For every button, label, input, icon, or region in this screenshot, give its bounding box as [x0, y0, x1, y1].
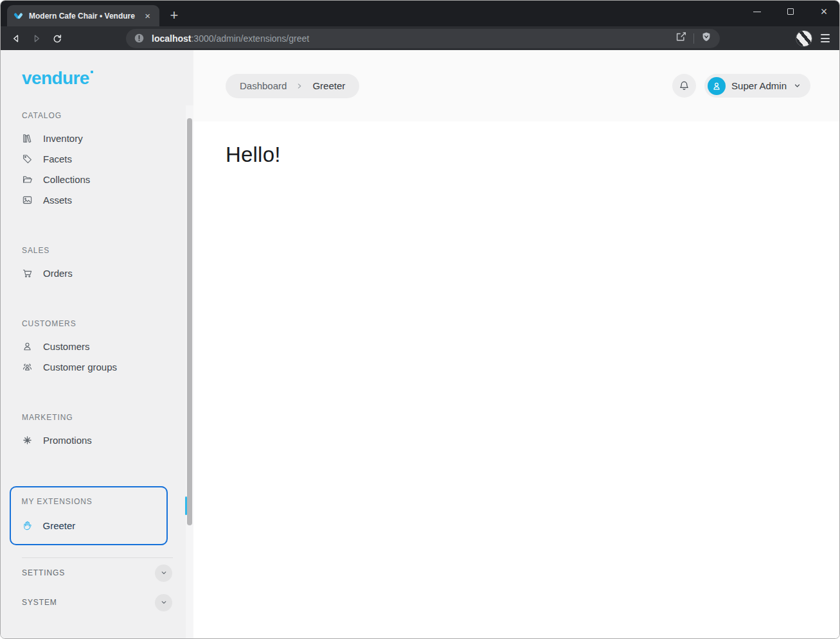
tag-icon — [22, 153, 33, 164]
sidebar-item-label: Promotions — [43, 435, 92, 446]
user-menu-button[interactable]: Super Admin — [704, 74, 810, 98]
nav-section-sales: SALES Orders — [22, 246, 193, 283]
browser-titlebar: Modern Cafe Chair • Vendure × + × — [1, 1, 839, 26]
asterisk-icon — [22, 435, 33, 446]
reload-button[interactable] — [51, 33, 63, 44]
browser-toolbar: localhost:3000/admin/extensions/greet — [1, 26, 839, 50]
nav-section-header: SALES — [22, 246, 193, 255]
url-bar[interactable]: localhost:3000/admin/extensions/greet — [126, 29, 720, 48]
window-close-icon: × — [821, 6, 828, 17]
nav-section-marketing: MARKETING Promotions — [22, 413, 193, 450]
breadcrumb-dashboard-link[interactable]: Dashboard — [240, 80, 287, 91]
vendure-logo[interactable]: vendure — [22, 69, 93, 87]
folder-icon — [22, 174, 33, 185]
sidebar-item-label: Facets — [43, 153, 72, 164]
sidebar: vendure CATALOG Inventory Facets — [1, 50, 193, 638]
sidebar-item-customer-groups[interactable]: Customer groups — [22, 356, 193, 377]
breadcrumb-current: Greeter — [312, 80, 345, 91]
user-avatar — [708, 77, 726, 95]
main-area: Dashboard Greeter Super Admin — [193, 50, 839, 638]
sidebar-section-system[interactable]: SYSTEM — [22, 588, 172, 617]
tab-close-icon[interactable]: × — [141, 10, 154, 22]
browser-profile-avatar[interactable] — [796, 30, 812, 47]
header-actions: Super Admin — [672, 74, 810, 98]
maximize-button[interactable] — [782, 3, 800, 21]
sidebar-item-orders[interactable]: Orders — [22, 263, 193, 283]
toolbar-divider — [693, 33, 694, 44]
sidebar-item-inventory[interactable]: Inventory — [22, 128, 193, 148]
sidebar-section-settings[interactable]: SETTINGS — [22, 558, 172, 588]
sidebar-item-label: Collections — [43, 174, 90, 185]
forward-button[interactable] — [31, 33, 42, 44]
url-actions — [675, 31, 712, 46]
url-path: :3000/admin/extensions/greet — [191, 33, 309, 44]
sidebar-item-label: Inventory — [43, 133, 83, 144]
sidebar-item-label: Greeter — [43, 520, 76, 531]
nav-section-header: CATALOG — [22, 111, 193, 120]
settings-expand-button[interactable] — [155, 565, 172, 582]
new-tab-button[interactable]: + — [165, 6, 184, 25]
browser-menu-icon[interactable] — [821, 34, 830, 42]
library-icon — [22, 133, 33, 144]
vendure-logo-text: vendure — [22, 69, 89, 87]
bell-icon — [678, 80, 690, 92]
sidebar-item-label: Orders — [43, 268, 73, 279]
user-avatar-icon — [711, 80, 722, 92]
nav-section-header: MY EXTENSIONS — [22, 497, 167, 506]
maximize-icon — [787, 8, 794, 15]
sidebar-item-customers[interactable]: Customers — [22, 336, 193, 356]
chevron-down-icon — [159, 568, 168, 577]
back-button[interactable] — [10, 33, 22, 44]
window-close-button[interactable]: × — [815, 3, 833, 21]
sidebar-item-label: Customer groups — [43, 362, 117, 372]
sidebar-scrollbar-thumb[interactable] — [187, 118, 192, 525]
window-controls: × — [748, 1, 833, 22]
nav-section-header: CUSTOMERS — [22, 319, 193, 328]
page-content: Hello! — [193, 121, 839, 638]
greeting-heading: Hello! — [226, 143, 839, 167]
main-header: Dashboard Greeter Super Admin — [193, 50, 839, 121]
users-icon — [22, 362, 33, 372]
nav-section-header: MARKETING — [22, 413, 193, 422]
url-text: localhost:3000/admin/extensions/greet — [152, 33, 668, 44]
collapsed-section-label: SETTINGS — [22, 568, 65, 577]
hand-icon — [22, 520, 33, 531]
vendure-favicon-icon — [13, 10, 24, 21]
image-icon — [22, 195, 33, 206]
vendure-admin-app: vendure CATALOG Inventory Facets — [1, 50, 839, 638]
notifications-button[interactable] — [672, 74, 696, 98]
nav-section-customers: CUSTOMERS Customers Customer groups — [22, 319, 193, 377]
chevron-down-icon — [792, 81, 802, 91]
active-nav-indicator — [185, 496, 187, 515]
minimize-icon — [753, 12, 761, 12]
breadcrumb: Dashboard Greeter — [226, 74, 359, 98]
url-host: localhost — [152, 33, 191, 44]
share-icon[interactable] — [675, 31, 687, 46]
sidebar-item-label: Customers — [43, 341, 90, 352]
browser-window: Modern Cafe Chair • Vendure × + × localh… — [0, 0, 840, 639]
sidebar-item-assets[interactable]: Assets — [22, 189, 193, 210]
sidebar-item-label: Assets — [43, 195, 72, 206]
my-extensions-highlight-box: MY EXTENSIONS Greeter — [10, 486, 168, 545]
chevron-down-icon — [159, 598, 168, 607]
sidebar-item-collections[interactable]: Collections — [22, 169, 193, 189]
tab-title: Modern Cafe Chair • Vendure — [29, 12, 136, 21]
collapsed-section-label: SYSTEM — [22, 598, 57, 607]
nav-section-catalog: CATALOG Inventory Facets Collections — [22, 111, 193, 210]
chevron-right-icon — [295, 82, 304, 91]
user-name: Super Admin — [731, 80, 787, 91]
browser-tab[interactable]: Modern Cafe Chair • Vendure × — [7, 5, 159, 26]
user-icon — [22, 341, 33, 352]
site-info-icon[interactable] — [134, 33, 145, 44]
sidebar-item-facets[interactable]: Facets — [22, 148, 193, 169]
sidebar-item-greeter[interactable]: Greeter — [22, 515, 167, 536]
sidebar-item-promotions[interactable]: Promotions — [22, 430, 193, 450]
brave-shield-icon[interactable] — [701, 31, 712, 46]
vendure-logo-dot-icon — [91, 71, 93, 73]
minimize-button[interactable] — [748, 3, 766, 21]
cart-icon — [22, 268, 33, 279]
system-expand-button[interactable] — [155, 594, 172, 611]
